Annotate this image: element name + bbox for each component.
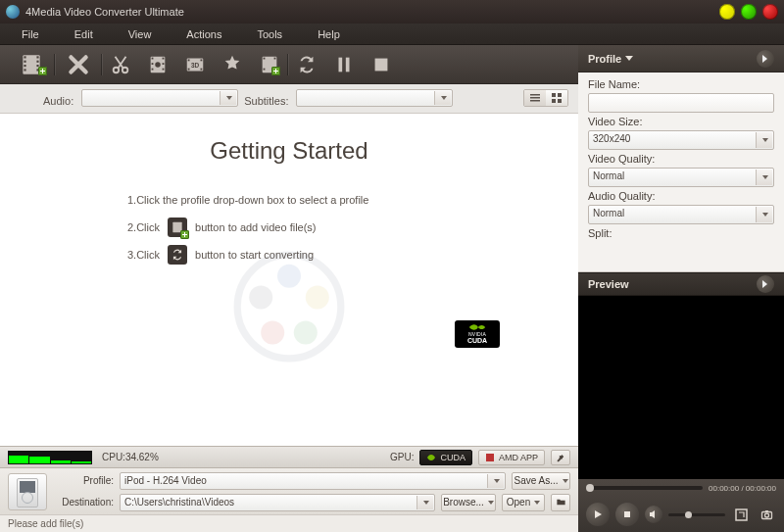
- window-maximize-button[interactable]: [741, 4, 757, 20]
- title-bar: 4Media Video Converter Ultimate: [0, 0, 784, 24]
- svg-rect-32: [375, 58, 388, 71]
- svg-rect-21: [188, 68, 190, 70]
- delete-button[interactable]: [57, 50, 100, 79]
- profile-combo[interactable]: iPod - H.264 Video: [120, 472, 506, 490]
- merge-button[interactable]: [253, 50, 286, 79]
- subtitles-label: Subtitles:: [244, 95, 288, 107]
- svg-rect-4: [24, 69, 25, 71]
- main-toolbar: 3D: [0, 45, 578, 84]
- cut-button[interactable]: [104, 50, 137, 79]
- svg-rect-26: [264, 57, 266, 59]
- svg-rect-33: [530, 94, 540, 96]
- destination-value: C:\Users\christina\Videos: [124, 496, 415, 509]
- svg-rect-38: [552, 99, 556, 103]
- svg-rect-52: [765, 510, 768, 512]
- audio-subtitles-row: Audio: Subtitles:: [0, 84, 578, 114]
- preview-title: Preview: [588, 278, 629, 290]
- svg-text:3D: 3D: [191, 61, 200, 68]
- gpu-cuda-badge: CUDA: [419, 450, 472, 465]
- profile-properties: File Name: Video Size: 320x240 Video Qua…: [578, 73, 784, 272]
- video-size-value: 320x240: [593, 132, 754, 146]
- video-quality-combo[interactable]: Normal: [588, 168, 774, 187]
- open-button[interactable]: Open: [502, 494, 545, 511]
- preview-seek-slider[interactable]: [586, 486, 703, 490]
- file-name-input[interactable]: [588, 93, 774, 113]
- preview-snapshot-button[interactable]: [757, 505, 776, 524]
- preview-mute-button[interactable]: [645, 506, 662, 523]
- split-label: Split:: [588, 227, 774, 239]
- svg-rect-35: [530, 100, 540, 102]
- app-icon: [6, 5, 20, 19]
- svg-point-51: [764, 513, 768, 517]
- view-list-button[interactable]: [524, 90, 546, 106]
- gpu-label: GPU:: [390, 452, 414, 462]
- svg-rect-16: [163, 63, 165, 65]
- svg-rect-17: [163, 68, 165, 70]
- window-close-button[interactable]: [762, 4, 778, 20]
- profile-expand-button[interactable]: [757, 50, 774, 68]
- profile-panel-title: Profile: [588, 53, 621, 65]
- watermark-button[interactable]: [216, 50, 249, 79]
- file-name-label: File Name:: [588, 78, 774, 90]
- menu-bar: File Edit View Actions Tools Help: [0, 24, 784, 45]
- video-size-label: Video Size:: [588, 116, 774, 127]
- menu-edit[interactable]: Edit: [57, 28, 111, 40]
- svg-rect-13: [152, 63, 154, 65]
- preview-panel-header: Preview: [578, 272, 784, 296]
- plus-icon: [271, 67, 280, 75]
- svg-rect-31: [346, 57, 350, 72]
- window-minimize-button[interactable]: [719, 4, 735, 20]
- svg-point-42: [306, 285, 329, 309]
- preview-fullscreen-button[interactable]: [731, 505, 751, 524]
- destination-combo[interactable]: C:\Users\christina\Videos: [120, 494, 435, 511]
- settings-button[interactable]: [551, 450, 570, 465]
- 3d-effects-button[interactable]: 3D: [178, 50, 212, 79]
- preview-expand-button[interactable]: [757, 275, 774, 293]
- svg-rect-1: [24, 56, 25, 58]
- effects-button[interactable]: [141, 50, 174, 79]
- getting-started-steps: 1.Click the profile drop-down box to sel…: [127, 186, 578, 268]
- video-size-combo[interactable]: 320x240: [588, 130, 774, 150]
- open-folder-button[interactable]: [551, 494, 570, 511]
- svg-rect-48: [624, 511, 630, 517]
- app-title: 4Media Video Converter Ultimate: [25, 6, 713, 18]
- ipod-icon: [17, 478, 38, 508]
- svg-rect-49: [736, 509, 747, 520]
- svg-rect-12: [152, 57, 154, 59]
- preview-timecode: 00:00:00 / 00:00:00: [709, 484, 776, 493]
- workspace[interactable]: Getting Started 1.Click the profile drop…: [0, 114, 578, 446]
- menu-tools[interactable]: Tools: [239, 28, 300, 40]
- svg-rect-30: [339, 57, 343, 72]
- stop-button[interactable]: [365, 50, 398, 79]
- browse-button[interactable]: Browse...: [441, 494, 496, 511]
- subtitles-combo[interactable]: [296, 89, 453, 107]
- menu-help[interactable]: Help: [300, 28, 358, 40]
- add-file-button[interactable]: [10, 50, 53, 79]
- svg-rect-36: [552, 93, 556, 97]
- plus-icon: [38, 67, 47, 75]
- svg-rect-37: [558, 93, 562, 97]
- profile-label: Profile:: [55, 475, 114, 486]
- pause-button[interactable]: [327, 50, 361, 79]
- svg-rect-20: [188, 59, 190, 61]
- view-grid-button[interactable]: [546, 90, 567, 106]
- step3a-text: 3.Click: [127, 241, 160, 268]
- preview-play-button[interactable]: [586, 503, 610, 526]
- convert-button[interactable]: [290, 50, 323, 79]
- svg-point-43: [294, 320, 318, 344]
- audio-quality-combo[interactable]: Normal: [588, 205, 774, 224]
- step2b-text: button to add video file(s): [195, 214, 317, 241]
- svg-point-18: [155, 62, 161, 68]
- menu-actions[interactable]: Actions: [169, 28, 239, 40]
- audio-combo[interactable]: [81, 89, 238, 107]
- menu-view[interactable]: View: [111, 28, 170, 40]
- preview-stop-button[interactable]: [615, 503, 639, 526]
- preview-volume-slider[interactable]: [668, 513, 725, 516]
- menu-file[interactable]: File: [4, 28, 57, 40]
- svg-rect-22: [201, 59, 203, 61]
- cpu-meter: [8, 451, 92, 464]
- svg-rect-6: [36, 60, 38, 62]
- profile-panel-header[interactable]: Profile: [578, 45, 784, 73]
- save-as-button[interactable]: Save As...: [512, 472, 570, 490]
- chevron-down-icon: [625, 56, 633, 61]
